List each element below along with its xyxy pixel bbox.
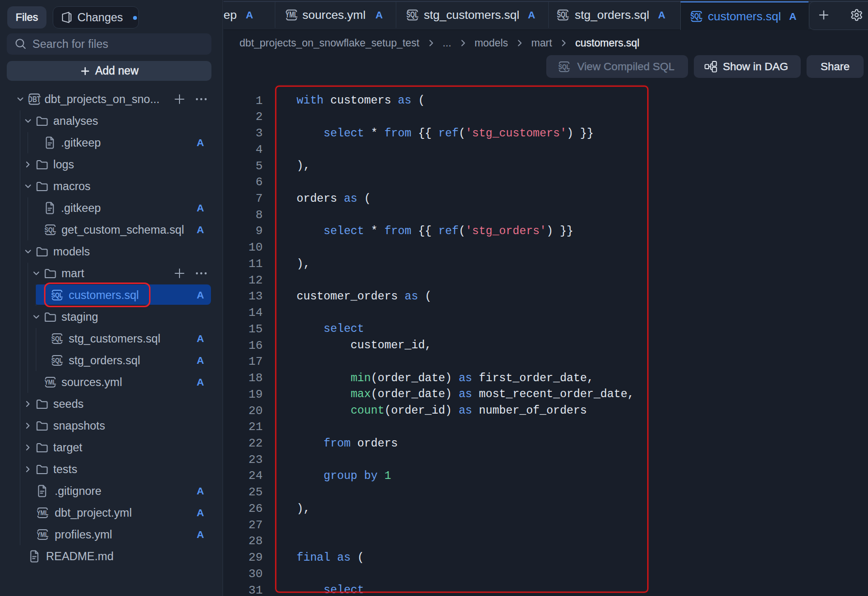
svg-text:YML: YML [37,530,48,538]
svg-text:SQL: SQL [45,225,56,234]
svg-text:YML: YML [37,508,48,517]
svg-text:SQL: SQL [690,12,703,20]
svg-text:SQL: SQL [557,11,569,19]
svg-text:SQL: SQL [51,356,63,364]
svg-text:SQL: SQL [558,62,570,71]
svg-text:DBT: DBT [28,95,41,104]
svg-text:SQL: SQL [406,11,419,19]
svg-text:YML: YML [45,378,56,386]
svg-text:SQL: SQL [51,334,63,343]
svg-text:YML: YML [285,11,298,19]
